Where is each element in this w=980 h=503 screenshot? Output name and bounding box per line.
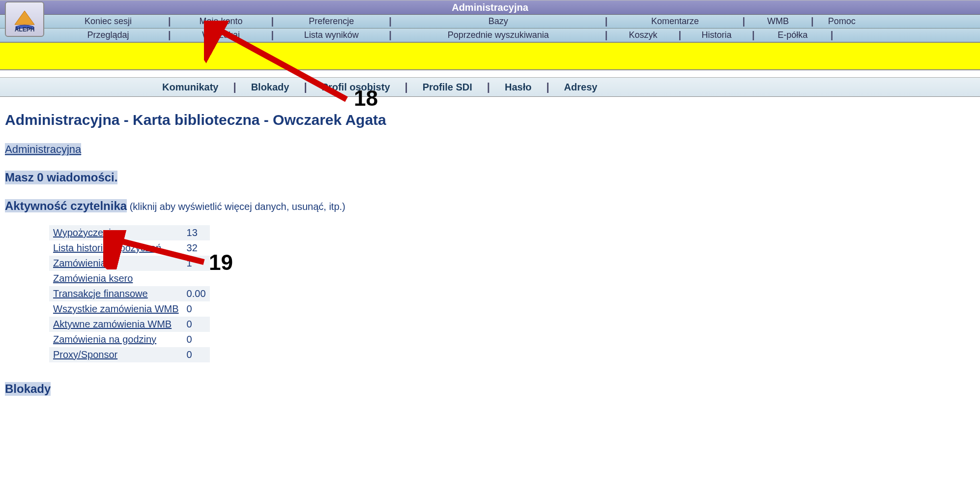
aleph-logo-icon: ALEPH (10, 6, 39, 33)
activity-wypozyczenia[interactable]: Wypożyczenia (53, 227, 116, 238)
activity-transakcje[interactable]: Transakcje finansowe (53, 288, 148, 299)
nav-sep: | (167, 16, 172, 27)
activity-heading: Aktywność czytelnika (kliknij aby wyświe… (5, 199, 975, 213)
activity-value (183, 271, 210, 286)
table-row: Aktywne zamówienia WMB0 (49, 317, 210, 332)
logo-container: ALEPH (5, 1, 44, 37)
notice-band (0, 42, 980, 70)
activity-proxy-sponsor[interactable]: Proxy/Sponsor (53, 349, 117, 360)
table-row: Zamówienia1 (49, 256, 210, 271)
aleph-logo[interactable]: ALEPH (5, 1, 44, 37)
subnav-blokady[interactable]: Blokady (236, 82, 304, 93)
activity-label: Aktywność czytelnika (5, 199, 127, 212)
activity-value: 32 (183, 240, 210, 256)
nav-row-1: Koniec sesji | Moje konto | Preferencje … (0, 15, 980, 29)
nav-sep: | (270, 16, 275, 27)
nav-sep: | (751, 30, 756, 41)
nav-sep: | (388, 30, 393, 41)
nav-sep: | (270, 30, 275, 41)
nav-moje-konto[interactable]: Moje konto (172, 16, 270, 27)
activity-historia-wypozyczen[interactable]: Lista historii wypożyczeń (53, 242, 161, 253)
nav-historia[interactable]: Historia (682, 30, 751, 40)
nav-koniec-sesji[interactable]: Koniec sesji (49, 16, 167, 27)
nav-poprzednie-wyszukiwania[interactable]: Poprzednie wyszukiwania (393, 30, 604, 40)
sub-nav: Komunikaty | Blokady | Profil osobisty |… (0, 77, 980, 97)
activity-value: 1 (183, 256, 210, 271)
nav-koszyk[interactable]: Koszyk (608, 30, 677, 40)
nav-wmb[interactable]: WMB (746, 16, 810, 27)
subnav-haslo[interactable]: Hasło (490, 82, 546, 93)
table-row: Zamówienia ksero (49, 271, 210, 286)
activity-value: 13 (183, 225, 210, 240)
activity-wszystkie-wmb[interactable]: Wszystkie zamówienia WMB (53, 303, 179, 314)
activity-value: 0 (183, 332, 210, 347)
subnav-profil-osobisty[interactable]: Profil osobisty (307, 82, 405, 93)
table-row: Wszystkie zamówienia WMB0 (49, 301, 210, 317)
subnav-profile-sdi[interactable]: Profile SDI (408, 82, 487, 93)
messages-label: Masz 0 wiadomości. (5, 171, 117, 184)
nav-bazy[interactable]: Bazy (393, 16, 604, 27)
subnav-komunikaty[interactable]: Komunikaty (147, 82, 233, 93)
header-bar: Administracyjna ALEPH (0, 0, 980, 15)
main-content: Administracyjna - Karta biblioteczna - O… (0, 97, 980, 401)
nav-epolka[interactable]: E-półka (756, 30, 830, 40)
header-title: Administracyjna (452, 2, 528, 13)
activity-value: 0 (183, 347, 210, 362)
admin-link[interactable]: Administracyjna (5, 143, 81, 156)
nav-wyszukaj[interactable]: Wyszukaj (172, 30, 270, 40)
blocks-label: Blokady (5, 382, 51, 396)
nav-sep: | (830, 30, 835, 41)
subnav-adresy[interactable]: Adresy (549, 82, 612, 93)
activity-value: 0 (183, 301, 210, 317)
nav-sep: | (167, 30, 172, 41)
activity-table: Wypożyczenia13 Lista historii wypożyczeń… (49, 225, 210, 362)
table-row: Wypożyczenia13 (49, 225, 210, 240)
nav-sep: | (604, 30, 609, 41)
nav-komentarze[interactable]: Komentarze (608, 16, 741, 27)
activity-hint: (kliknij aby wyświetlić więcej danych, u… (127, 201, 346, 212)
nav-sep: | (388, 16, 393, 27)
activity-zamowienia-godziny[interactable]: Zamówienia na godziny (53, 334, 156, 345)
page-title: Administracyjna - Karta biblioteczna - O… (5, 112, 975, 128)
nav-sep: | (677, 30, 682, 41)
activity-zamowienia-ksero[interactable]: Zamówienia ksero (53, 273, 133, 284)
nav-row-2: Przeglądaj | Wyszukaj | Lista wyników | … (0, 29, 980, 42)
table-row: Zamówienia na godziny0 (49, 332, 210, 347)
svg-text:ALEPH: ALEPH (15, 26, 35, 33)
activity-value: 0 (183, 317, 210, 332)
table-row: Proxy/Sponsor0 (49, 347, 210, 362)
table-row: Lista historii wypożyczeń32 (49, 240, 210, 256)
table-row: Transakcje finansowe0.00 (49, 286, 210, 301)
nav-sep: | (810, 16, 815, 27)
nav-przegladaj[interactable]: Przeglądaj (49, 30, 167, 40)
nav-sep: | (741, 16, 746, 27)
nav-pomoc[interactable]: Pomoc (815, 16, 869, 27)
activity-value: 0.00 (183, 286, 210, 301)
nav-sep: | (604, 16, 609, 27)
activity-zamowienia[interactable]: Zamówienia (53, 258, 106, 268)
annotation-19: 19 (209, 250, 233, 275)
nav-lista-wynikow[interactable]: Lista wyników (275, 30, 388, 40)
activity-aktywne-wmb[interactable]: Aktywne zamówienia WMB (53, 319, 172, 329)
nav-preferencje[interactable]: Preferencje (275, 16, 388, 27)
